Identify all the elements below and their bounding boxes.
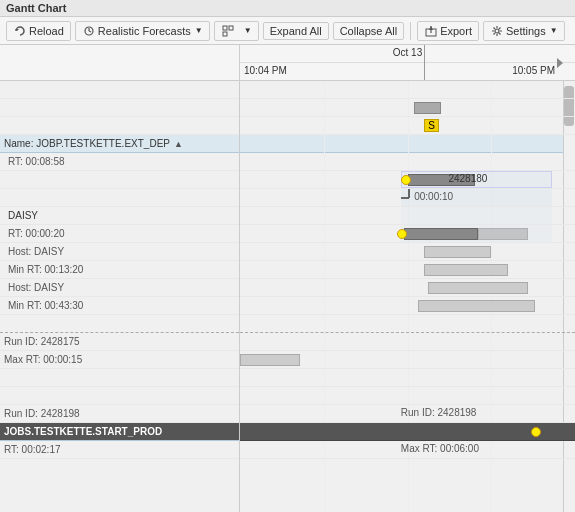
gantt-chart-pane: S 2428180 00:00:10 bbox=[240, 81, 575, 512]
realistic-forecasts-button[interactable]: Realistic Forecasts ▼ bbox=[75, 21, 210, 41]
label-row-6 bbox=[0, 171, 239, 189]
gantt-row-16 bbox=[240, 351, 575, 369]
realistic-forecasts-label: Realistic Forecasts bbox=[98, 25, 191, 37]
label-row-7 bbox=[0, 189, 239, 207]
gantt-row-3: S bbox=[240, 117, 575, 135]
collapse-all-button[interactable]: Collapse All bbox=[333, 22, 404, 40]
daisy-label: DAISY bbox=[8, 210, 38, 221]
host-label-1: Host: DAISY bbox=[8, 246, 64, 257]
label-row-daisy-rt: RT: 00:00:20 bbox=[0, 225, 239, 243]
bar-row12 bbox=[428, 282, 529, 294]
label-row-runid-1: Run ID: 2428175 bbox=[0, 333, 239, 351]
time-right-label: 10:05 PM bbox=[512, 65, 555, 76]
label-row-host-2: Host: DAISY bbox=[0, 279, 239, 297]
gantt-row-6: 2428180 bbox=[240, 171, 575, 189]
label-row-daisy: DAISY bbox=[0, 207, 239, 225]
label-row-minrt-2: Min RT: 00:43:30 bbox=[0, 297, 239, 315]
forecast-icon bbox=[82, 24, 96, 38]
label-pane: Name: JOBP.TESTKETTE.EXT_DEP ▲ RT: 00:08… bbox=[0, 81, 240, 512]
svg-line-3 bbox=[89, 31, 91, 32]
date-label: Oct 13 bbox=[393, 47, 422, 58]
label-row-runid-2: Run ID: 2428198 bbox=[0, 405, 239, 423]
gantt-row-11 bbox=[240, 261, 575, 279]
daisy-rt-label: RT: 00:00:20 bbox=[8, 228, 65, 239]
label-header bbox=[0, 45, 240, 81]
reload-icon bbox=[13, 24, 27, 38]
rt-label: RT: 00:08:58 bbox=[8, 156, 65, 167]
label-row-17 bbox=[0, 369, 239, 387]
runid-label-1: Run ID: 2428175 bbox=[4, 336, 80, 347]
time-header-area: Oct 13 10:04 PM 10:05 PM bbox=[240, 45, 575, 81]
expand-chevron: ▼ bbox=[244, 26, 252, 35]
time-header-row: Oct 13 10:04 PM 10:05 PM bbox=[0, 45, 575, 81]
scroll-arrow-icon[interactable] bbox=[557, 58, 563, 68]
bar-row9 bbox=[404, 228, 478, 240]
gantt-row-dashed bbox=[240, 315, 575, 333]
time-row: 10:04 PM 10:05 PM bbox=[240, 63, 575, 81]
gantt-row-12 bbox=[240, 279, 575, 297]
label-row-18 bbox=[0, 387, 239, 405]
collapse-all-label: Collapse All bbox=[340, 25, 397, 37]
label-row-2 bbox=[0, 99, 239, 117]
start-prod-label: JOBS.TESTKETTE.START_PROD bbox=[4, 426, 162, 437]
yellow-dot-start-prod bbox=[531, 427, 541, 437]
bar-row2 bbox=[414, 102, 441, 114]
minrt-label-1: Min RT: 00:13:20 bbox=[8, 264, 83, 275]
bar-row16 bbox=[240, 354, 300, 366]
export-button[interactable]: Export bbox=[417, 21, 479, 41]
label-row-start-prod: JOBS.TESTKETTE.START_PROD bbox=[0, 423, 239, 441]
gantt-row-18 bbox=[240, 387, 575, 405]
svg-rect-5 bbox=[229, 26, 233, 30]
maxrt-label: Max RT: 00:00:15 bbox=[4, 354, 82, 365]
expand-label-spacer bbox=[237, 25, 240, 37]
bar-row13 bbox=[418, 300, 535, 312]
svg-marker-9 bbox=[429, 26, 433, 30]
date-row: Oct 13 bbox=[240, 45, 575, 63]
export-icon bbox=[424, 24, 438, 38]
gantt-row-start-prod bbox=[240, 423, 575, 441]
window-title: Gantt Chart bbox=[0, 0, 575, 17]
gantt-row-5 bbox=[240, 153, 575, 171]
bar-label-2428180: 2428180 bbox=[448, 173, 487, 184]
gantt-row-1 bbox=[240, 81, 575, 99]
settings-button[interactable]: Settings ▼ bbox=[483, 21, 565, 41]
sort-icon: ▲ bbox=[174, 139, 183, 149]
gantt-row-section bbox=[240, 135, 575, 153]
svg-rect-4 bbox=[223, 26, 227, 30]
settings-label: Settings bbox=[506, 25, 546, 37]
label-row-rt: RT: 00:08:58 bbox=[0, 153, 239, 171]
expand-icon-button[interactable]: ▼ bbox=[214, 21, 259, 41]
reload-label: Reload bbox=[29, 25, 64, 37]
expand-icon bbox=[221, 24, 235, 38]
label-row-1 bbox=[0, 81, 239, 99]
connector-horiz-7 bbox=[401, 197, 410, 199]
gantt-row-9 bbox=[240, 225, 575, 243]
toolbar: Reload Realistic Forecasts ▼ ▼ Expand Al… bbox=[0, 17, 575, 45]
gantt-body: Name: JOBP.TESTKETTE.EXT_DEP ▲ RT: 00:08… bbox=[0, 81, 575, 512]
maxrt-6-label: Max RT: 00:06:00 bbox=[401, 443, 479, 454]
time-left-label: 10:04 PM bbox=[244, 65, 287, 76]
reload-button[interactable]: Reload bbox=[6, 21, 71, 41]
gantt-content: Oct 13 10:04 PM 10:05 PM Name: JOBP.TES bbox=[0, 45, 575, 512]
gantt-row-13 bbox=[240, 297, 575, 315]
gantt-row-21: Max RT: 00:06:00 bbox=[240, 441, 575, 459]
gantt-row-17 bbox=[240, 369, 575, 387]
gantt-row-15 bbox=[240, 333, 575, 351]
gantt-row-19: Run ID: 2428198 bbox=[240, 405, 575, 423]
settings-icon bbox=[490, 24, 504, 38]
bar-extension-9 bbox=[478, 228, 528, 240]
expand-all-button[interactable]: Expand All bbox=[263, 22, 329, 40]
export-label: Export bbox=[440, 25, 472, 37]
bar-start-prod bbox=[240, 423, 535, 440]
minrt-label-2: Min RT: 00:43:30 bbox=[8, 300, 83, 311]
runid-label-2: Run ID: 2428198 bbox=[4, 408, 80, 419]
yellow-dot-6 bbox=[401, 175, 411, 185]
start-prod-rt-label: RT: 00:02:17 bbox=[4, 444, 61, 455]
bar-label-time-7: 00:00:10 bbox=[414, 191, 453, 202]
bar-row11 bbox=[424, 264, 508, 276]
gantt-row-8 bbox=[240, 207, 575, 225]
gantt-row-7: 00:00:10 bbox=[240, 189, 575, 207]
toolbar-separator-1 bbox=[410, 22, 411, 40]
section-header-label: Name: JOBP.TESTKETTE.EXT_DEP bbox=[4, 138, 170, 149]
label-row-maxrt: Max RT: 00:00:15 bbox=[0, 351, 239, 369]
